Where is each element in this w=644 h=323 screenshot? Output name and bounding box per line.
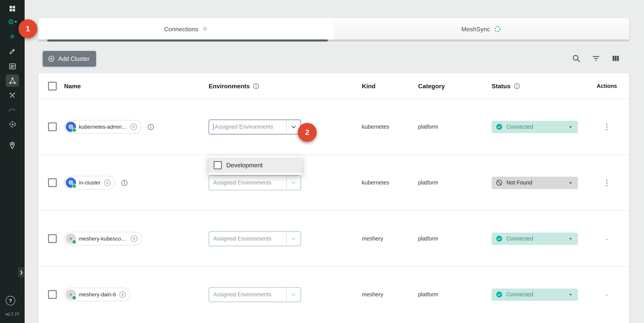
status-badge[interactable]: Not Found [492,177,578,189]
star-glyph: ✳ [10,33,15,40]
tab-connections-label: Connections [164,25,198,32]
caret-down-icon [567,179,574,186]
dropdown-item-development[interactable]: Development [209,157,302,173]
filter-icon[interactable] [592,54,600,65]
environments-placeholder: Assigned Environments [213,291,286,297]
row-actions-menu[interactable]: ⋮ [603,179,610,186]
status-label: Connected [506,235,533,242]
dashboard-icon[interactable] [0,2,25,16]
sidebar-expand-icon[interactable]: ❯ [18,267,25,277]
toolbar-icons [572,54,620,65]
add-cluster-button[interactable]: Add Cluster [43,51,96,67]
extensions-icon[interactable] [0,117,25,131]
table-row: ☸ kubernetes-admin… Assigned Environment… [38,99,629,155]
row-checkbox[interactable] [48,123,57,131]
environments-select[interactable]: Assigned Environments [209,231,301,246]
column-header-actions: Actions [597,83,617,89]
conformance-icon[interactable] [0,59,25,73]
category-cell: platform [418,124,438,130]
plus-circle-icon [48,55,55,62]
question-mark-glyph: ? [9,298,12,303]
columns-view-icon[interactable] [611,54,620,65]
status-info-icon[interactable] [513,83,520,89]
status-badge[interactable]: Connected [492,232,578,245]
connection-name: meshery-dain-6 [79,291,116,297]
environments-select[interactable]: Assigned Environments [209,119,301,134]
add-cluster-label: Add Cluster [58,56,90,62]
meshery-avatar: ✦ [66,233,76,244]
chip-delete-icon[interactable] [119,290,127,298]
category-cell: platform [418,235,438,242]
column-header-environments[interactable]: Environments [209,83,250,89]
column-header-name[interactable]: Name [64,83,81,89]
caret-down-icon [567,123,574,130]
tab-bar: Connections ✳ MeshSync [38,18,629,40]
chip-delete-icon[interactable] [130,123,138,131]
tab-active-indicator [47,40,328,42]
status-dot [72,239,76,244]
connection-chip[interactable]: ☸ kubernetes-admin… [64,120,141,134]
table-row: ✦ meshery-kubescop… Assigned Environment… [38,210,629,266]
info-icon[interactable] [147,123,154,130]
connection-name: meshery-kubescop… [79,235,127,242]
environments-placeholder: Assigned Environments [213,235,286,242]
connection-name: kubernetes-admin… [79,124,127,130]
kind-cell: meshery [362,291,383,297]
environments-info-icon[interactable] [253,83,260,89]
status-badge[interactable]: Connected [492,288,578,300]
chevron-right-icon: ❯ [20,270,23,274]
connection-chip[interactable]: ✦ meshery-kubescop… [64,232,142,245]
chevron-down-icon[interactable] [286,232,300,245]
dropdown-item-checkbox[interactable] [214,161,222,169]
kind-cell: kubernetes [362,180,389,186]
row-checkbox[interactable] [48,290,57,299]
help-icon[interactable]: ? [6,296,15,305]
annotation-label: 1 [26,25,30,33]
sidebar: ⚙ ▾ ✳ ❯ ? v0.7.77 [0,0,25,323]
environments-placeholder: Assigned Environments [213,180,286,186]
row-checkbox[interactable] [48,234,57,243]
select-all-checkbox[interactable] [48,82,57,90]
connections-network-icon[interactable] [0,74,25,88]
connections-table: Name Environments Kind Category Status A… [38,73,629,323]
search-icon[interactable] [572,54,581,65]
table-row: ✦ meshery-dain-6 Assigned Environments m… [38,266,629,322]
row-actions-menu[interactable]: ⋮ [603,123,610,131]
connection-chip[interactable]: ☸ in-cluster [64,176,115,189]
row-checkbox[interactable] [48,178,57,187]
caret-down-icon [567,235,574,242]
tab-meshsync-label: MeshSync [462,25,490,32]
toolkit-icon[interactable] [0,88,25,102]
performance-icon[interactable] [0,102,25,116]
page: ⚙ ▾ ✳ ❯ ? v0.7.77 [0,0,644,323]
column-header-kind[interactable]: Kind [362,83,376,89]
environments-select[interactable]: Assigned Environments [209,287,301,302]
tab-meshsync[interactable]: MeshSync [334,18,629,40]
chip-delete-icon[interactable] [130,235,138,242]
status-label: Connected [506,124,533,130]
kind-cell: kubernetes [362,124,389,130]
chevron-down-icon[interactable] [286,176,300,190]
environments-select[interactable]: Assigned Environments [209,175,301,190]
status-dot [72,128,76,132]
status-dot [72,184,76,188]
caret-down-icon [567,291,574,298]
environments-placeholder: Assigned Environments [215,124,286,130]
category-cell: platform [418,180,438,186]
chip-delete-icon[interactable] [104,179,111,186]
tab-connections[interactable]: Connections ✳ [38,18,334,40]
info-icon[interactable] [121,179,128,186]
configuration-icon[interactable] [0,45,25,58]
connection-chip[interactable]: ✦ meshery-dain-6 [64,288,130,301]
column-header-status[interactable]: Status [492,83,510,89]
column-header-category[interactable]: Category [418,83,445,89]
kubernetes-avatar: ☸ [66,122,76,132]
status-badge[interactable]: Connected [492,121,578,133]
chevron-down-icon[interactable] [286,287,300,301]
caret-down-icon: ▾ [15,20,17,24]
dropdown-item-label: Development [226,162,262,168]
status-label: Not Found [506,180,532,186]
location-pin-icon[interactable] [0,139,25,152]
kubernetes-avatar: ☸ [66,178,76,188]
check-circle-icon [496,123,503,130]
